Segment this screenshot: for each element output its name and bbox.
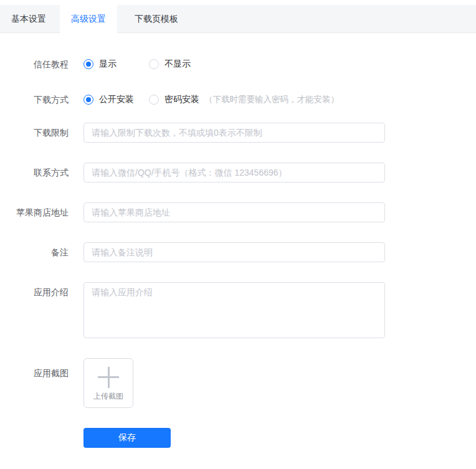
radio-public-install-label: 公开安装 bbox=[99, 94, 134, 105]
radio-hide-label: 不显示 bbox=[164, 59, 191, 70]
save-button[interactable]: 保存 bbox=[83, 428, 171, 448]
contact-row: 联系方式 bbox=[0, 163, 476, 182]
app-intro-textarea[interactable] bbox=[83, 282, 385, 338]
radio-password-install[interactable]: 密码安装 bbox=[149, 93, 199, 106]
download-limit-label: 下载限制 bbox=[0, 123, 83, 143]
radio-selected-icon bbox=[83, 95, 93, 105]
advanced-settings-form: 信任教程 显示 不显示 下载方式 公开安装 bbox=[0, 33, 476, 448]
tab-basic-settings[interactable]: 基本设置 bbox=[0, 5, 57, 33]
radio-unselected-icon bbox=[149, 59, 159, 69]
password-install-note: （下载时需要输入密码，才能安装） bbox=[204, 93, 339, 106]
download-limit-input[interactable] bbox=[83, 123, 385, 143]
contact-input[interactable] bbox=[83, 163, 385, 182]
settings-panel: 基本设置 高级设置 下载页模板 信任教程 显示 不显示 下载方式 bbox=[0, 5, 476, 469]
tab-bar: 基本设置 高级设置 下载页模板 bbox=[0, 5, 476, 33]
radio-public-install[interactable]: 公开安装 bbox=[83, 93, 149, 106]
contact-label: 联系方式 bbox=[0, 163, 83, 182]
radio-selected-icon bbox=[83, 59, 93, 69]
tab-download-page-template[interactable]: 下载页模板 bbox=[120, 5, 193, 33]
download-method-row: 下载方式 公开安装 密码安装 （下载时需要输入密码，才能安装） bbox=[0, 93, 476, 106]
upload-screenshot-button[interactable]: 上传截图 bbox=[83, 358, 133, 408]
save-row: 保存 bbox=[83, 428, 476, 448]
app-screenshot-label: 应用截图 bbox=[0, 358, 83, 379]
app-store-url-input[interactable] bbox=[83, 202, 385, 222]
app-store-url-label: 苹果商店地址 bbox=[0, 202, 83, 222]
plus-icon bbox=[98, 367, 119, 388]
trust-tutorial-row: 信任教程 显示 不显示 bbox=[0, 58, 476, 70]
tab-advanced-settings[interactable]: 高级设置 bbox=[60, 5, 117, 34]
app-store-url-row: 苹果商店地址 bbox=[0, 202, 476, 222]
radio-show-label: 显示 bbox=[99, 59, 117, 70]
trust-tutorial-label: 信任教程 bbox=[0, 58, 83, 70]
remark-input[interactable] bbox=[83, 242, 385, 262]
radio-password-install-label: 密码安装 bbox=[164, 94, 199, 105]
remark-label: 备注 bbox=[0, 242, 83, 262]
upload-screenshot-text: 上传截图 bbox=[93, 391, 123, 402]
radio-show[interactable]: 显示 bbox=[83, 58, 149, 70]
app-screenshot-row: 应用截图 上传截图 bbox=[0, 358, 476, 408]
remark-row: 备注 bbox=[0, 242, 476, 262]
download-limit-row: 下载限制 bbox=[0, 123, 476, 143]
radio-hide[interactable]: 不显示 bbox=[149, 58, 191, 70]
download-method-label: 下载方式 bbox=[0, 93, 83, 106]
radio-unselected-icon bbox=[149, 95, 159, 105]
app-intro-row: 应用介绍 bbox=[0, 282, 476, 338]
app-intro-label: 应用介绍 bbox=[0, 282, 83, 298]
